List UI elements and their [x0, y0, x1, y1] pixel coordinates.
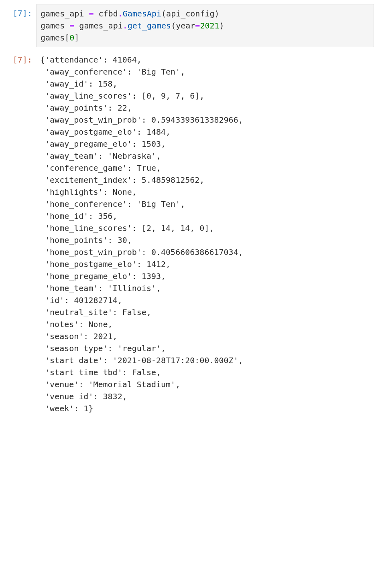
code-token: 2021	[200, 21, 219, 30]
code-token: (year	[171, 21, 195, 30]
code-token: .	[123, 21, 128, 30]
code-token: =	[69, 21, 74, 30]
code-token: games	[41, 21, 69, 30]
code-token: ]	[74, 33, 79, 42]
code-token: )	[219, 21, 224, 30]
code-token: (api_config)	[161, 9, 219, 18]
code-token: .	[118, 9, 123, 18]
code-input[interactable]: games_api = cfbd.GamesApi(api_config) ga…	[36, 4, 374, 47]
input-cell: [7]: games_api = cfbd.GamesApi(api_confi…	[4, 4, 374, 47]
code-token: games_api	[41, 9, 89, 18]
output-prompt: [7]:	[4, 51, 36, 66]
code-token: 0	[69, 33, 74, 42]
code-token: GamesApi	[123, 9, 161, 18]
output-cell: [7]: {'attendance': 41064, 'away_confere…	[4, 51, 374, 418]
code-output: {'attendance': 41064, 'away_conference':…	[36, 51, 374, 418]
code-token: =	[89, 9, 93, 18]
input-prompt: [7]:	[4, 4, 36, 19]
code-token: games_api	[74, 21, 122, 30]
code-token: get_games	[128, 21, 171, 30]
code-token: cfbd	[93, 9, 118, 18]
code-token: games[	[41, 33, 69, 42]
code-token: =	[195, 21, 200, 30]
